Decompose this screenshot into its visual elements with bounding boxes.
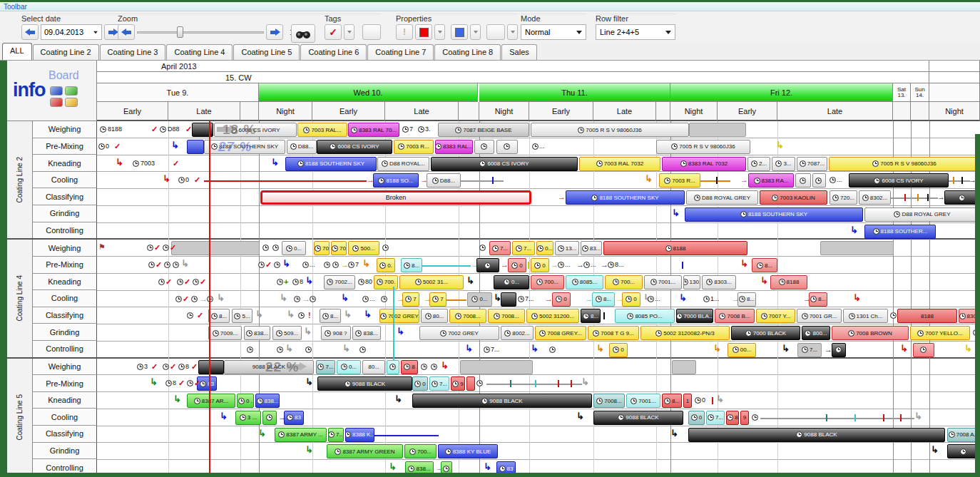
task-bar[interactable]: D88...: [287, 140, 317, 154]
task-bar[interactable]: 7001 GR...: [797, 309, 842, 323]
tab-coating-line-6[interactable]: Coating Line 6: [300, 44, 367, 60]
task-bar[interactable]: 0: [609, 343, 628, 357]
task-bar[interactable]: 8388 K...: [345, 428, 374, 442]
date-prev-button[interactable]: [21, 24, 39, 40]
task-bar[interactable]: 800...: [802, 326, 830, 340]
task-bar[interactable]: 8...: [662, 394, 682, 408]
task-bar[interactable]: 7008...: [488, 309, 525, 323]
task-bar[interactable]: [496, 140, 518, 154]
task-bar[interactable]: 7008 BROWN: [832, 326, 909, 340]
task-bar[interactable]: 0...: [337, 360, 361, 374]
task-bar[interactable]: 838...: [244, 326, 270, 340]
task-bar[interactable]: 8...: [809, 292, 827, 307]
task-bar[interactable]: 7005 R S V 98060J36: [531, 123, 689, 137]
task-bar[interactable]: 9088 BLACK: [593, 411, 683, 425]
row-label-grinding[interactable]: Grinding: [33, 324, 97, 341]
task-bar[interactable]: 7003 RAL...: [297, 123, 347, 137]
task-bar[interactable]: 0: [531, 258, 549, 272]
task-bar[interactable]: [672, 360, 696, 374]
task-bar[interactable]: 0: [688, 411, 705, 425]
task-bar[interactable]: 8085 PO...: [615, 309, 675, 323]
tab-coating-line-7[interactable]: Coating Line 7: [367, 44, 434, 60]
task-bar[interactable]: 7005 R S V 98060J36: [656, 140, 750, 154]
tag-check-button[interactable]: ✓: [325, 24, 342, 40]
tab-coating-line-2[interactable]: Coating Line 2: [33, 44, 99, 60]
task-bar[interactable]: 1301 Ch...: [843, 309, 888, 323]
task-bar[interactable]: 8188 SOUTHER...: [864, 225, 936, 239]
slider-thumb[interactable]: [177, 26, 183, 38]
task-bar[interactable]: 8388 KY BLUE: [438, 444, 498, 458]
task-bar[interactable]: 8188 SOUTHERN SKY: [685, 207, 863, 222]
task-bar[interactable]: 9088 BLACK: [688, 428, 945, 442]
task-bar[interactable]: [198, 360, 224, 374]
tab-coating-line-5[interactable]: Coating Line 5: [233, 44, 300, 60]
property-empty-dropdown[interactable]: [507, 24, 518, 40]
mode-select[interactable]: Normal: [521, 24, 586, 40]
task-bar[interactable]: 700...: [531, 275, 564, 289]
task-bar[interactable]: 8...: [320, 309, 341, 323]
row-label-controlling[interactable]: Controlling: [33, 222, 97, 239]
task-bar[interactable]: 5002 31200...: [526, 309, 579, 323]
row-label-grinding[interactable]: Grinding: [33, 443, 97, 460]
task-bar[interactable]: 8188 SOUTHERN SKY: [566, 190, 685, 205]
task-bar[interactable]: 8188 SOUTHERN SKY: [285, 157, 377, 171]
task-bar[interactable]: 500...: [348, 241, 379, 255]
task-bar[interactable]: 7...: [328, 428, 344, 442]
task-bar[interactable]: 8085...: [566, 275, 603, 289]
task-bar[interactable]: 8188: [603, 241, 747, 255]
task-bar[interactable]: 6008 CS IVORY: [849, 173, 949, 188]
property-empty-button[interactable]: [486, 24, 505, 40]
task-bar[interactable]: 7003 R...: [394, 140, 434, 154]
task-bar[interactable]: 9088 BLACK: [317, 376, 412, 391]
task-bar[interactable]: [689, 123, 746, 137]
task-bar[interactable]: 7000 BLA...: [676, 309, 713, 323]
task-bar[interactable]: 7008 T G 9...: [588, 326, 639, 340]
task-bar[interactable]: 7...: [429, 376, 449, 391]
task-bar[interactable]: 7...: [706, 411, 725, 425]
task-bar[interactable]: 3...: [772, 157, 795, 171]
zoom-slider[interactable]: [137, 24, 264, 40]
task-bar[interactable]: 0...: [494, 275, 529, 289]
task-bar[interactable]: 7: [402, 292, 419, 307]
task-bar[interactable]: 7...: [797, 343, 822, 357]
task-bar[interactable]: 838...: [352, 326, 381, 340]
tab-coating-line-3[interactable]: Coating Line 3: [100, 44, 166, 60]
task-bar[interactable]: 509...: [272, 326, 302, 340]
task-bar[interactable]: 8...: [581, 309, 601, 323]
task-bar[interactable]: 8383 RAL 70...: [348, 123, 399, 137]
row-label-classifying[interactable]: Classifying: [33, 307, 97, 324]
task-bar[interactable]: 7001...: [626, 394, 660, 408]
task-bar[interactable]: [820, 241, 894, 255]
task-bar[interactable]: 7002...: [324, 275, 355, 289]
zoom-in-button[interactable]: [266, 24, 283, 40]
task-bar[interactable]: 8002...: [501, 326, 534, 340]
task-bar[interactable]: 7003 R...: [659, 173, 700, 188]
task-bar[interactable]: 7007 YELLO...: [910, 326, 970, 340]
task-bar[interactable]: 838...: [255, 394, 280, 408]
property-red-button[interactable]: [415, 24, 432, 40]
search-button[interactable]: [291, 24, 315, 43]
task-bar[interactable]: 8383 RAL 7032: [662, 157, 746, 171]
task-bar[interactable]: 7...: [512, 241, 535, 255]
row-label-weighing[interactable]: Weighing: [33, 121, 97, 138]
task-bar[interactable]: 0...: [467, 292, 492, 307]
task-bar[interactable]: 0: [552, 292, 571, 307]
row-label-pre-mixing[interactable]: Pre-Mixing: [33, 257, 97, 274]
task-bar[interactable]: [171, 241, 260, 255]
task-bar[interactable]: [476, 258, 499, 272]
task-bar[interactable]: 7008 B...: [715, 309, 755, 323]
task-bar[interactable]: [501, 292, 516, 307]
row-label-grinding[interactable]: Grinding: [33, 205, 97, 222]
row-label-cooling[interactable]: Cooling: [33, 172, 97, 189]
task-bar[interactable]: D88 ROYAL GREY: [864, 207, 980, 222]
task-bar[interactable]: [913, 343, 934, 357]
task-bar[interactable]: 0: [412, 376, 428, 391]
task-bar[interactable]: 1: [683, 394, 692, 408]
task-bar[interactable]: [460, 360, 533, 374]
task-bar[interactable]: 0: [508, 258, 526, 272]
row-label-classifying[interactable]: Classifying: [33, 426, 97, 443]
row-label-weighing[interactable]: Weighing: [33, 240, 97, 257]
task-bar[interactable]: 9: [740, 411, 749, 425]
task-bar[interactable]: 7...: [316, 360, 335, 374]
row-label-cooling[interactable]: Cooling: [33, 290, 97, 307]
